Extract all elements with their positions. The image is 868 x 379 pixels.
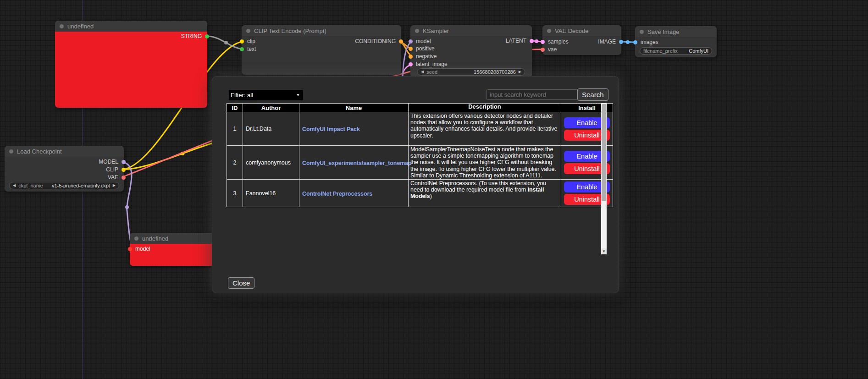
table-row: 1 Dr.Lt.Data ComfyUI Impact Pack This ex… — [227, 112, 613, 146]
slot-dot-icon[interactable] — [633, 40, 637, 44]
wire-dot — [125, 205, 129, 209]
output-slot-image[interactable]: IMAGE — [598, 38, 616, 45]
extension-link[interactable]: ControlNet Preprocessors — [302, 191, 372, 197]
slot-label: CLIP — [106, 166, 118, 173]
arrow-right-icon[interactable]: ▶ — [519, 70, 521, 74]
slot-label: negative — [416, 53, 437, 60]
extension-link[interactable]: ComfyUI_experiments/sampler_tonemap — [302, 160, 412, 166]
slot-dot-icon[interactable] — [122, 168, 126, 172]
slot-dot-icon[interactable] — [240, 47, 244, 51]
input-slot-clip[interactable]: clip — [247, 38, 255, 44]
node-title: undefined — [142, 235, 168, 242]
output-slot-model[interactable]: MODEL — [99, 159, 118, 165]
header-id: ID — [227, 104, 243, 112]
slot-dot-icon[interactable] — [409, 55, 413, 59]
filename-prefix-widget[interactable]: filename_prefix ComfyUI — [640, 47, 712, 55]
input-slot-model[interactable]: model — [135, 246, 150, 252]
input-slot-samples[interactable]: samples — [548, 38, 569, 45]
node-vae-decode[interactable]: VAE Decode samples vae IMAGE — [542, 25, 621, 55]
slot-dot-icon[interactable] — [541, 40, 545, 44]
arrow-right-icon[interactable]: ▶ — [113, 184, 116, 187]
filter-dropdown-wrap: Filter: all ▼ — [229, 90, 303, 100]
output-slot-latent[interactable]: LATENT — [506, 38, 526, 44]
input-slot-images[interactable]: images — [641, 39, 658, 45]
slot-dot-icon[interactable] — [409, 62, 413, 66]
output-slot-vae[interactable]: VAE — [108, 174, 118, 181]
node-undefined-bottom[interactable]: undefined model — [130, 233, 217, 266]
node-title: VAE Decode — [555, 27, 588, 34]
filter-dropdown[interactable]: Filter: all — [229, 90, 303, 100]
node-ksampler[interactable]: KSampler model positive negative latent_… — [410, 25, 532, 78]
widget-label: filename_prefix — [643, 48, 678, 54]
slot-label: text — [247, 46, 256, 52]
node-save-image[interactable]: Save Image images filename_prefix ComfyU… — [635, 26, 717, 57]
extension-link[interactable]: ComfyUI Impact Pack — [302, 126, 360, 132]
seed-widget[interactable]: ◀ seed 156680208700286 ▶ — [417, 68, 525, 76]
header-author: Author — [243, 104, 299, 112]
scroll-down-arrow-icon[interactable]: ▼ — [601, 248, 607, 254]
node-editor-canvas[interactable]: undefined STRING CLIP Text Encode (Promp… — [0, 0, 868, 379]
cell-author: Dr.Lt.Data — [243, 112, 299, 146]
collapse-dot-icon[interactable] — [134, 236, 138, 241]
output-slot-string[interactable]: STRING — [181, 33, 202, 39]
slot-dot-icon[interactable] — [619, 40, 623, 44]
node-title: Save Image — [647, 28, 679, 35]
widget-value: ComfyUI — [689, 48, 708, 54]
input-slot-text[interactable]: text — [247, 46, 256, 52]
scrollbar-thumb[interactable] — [602, 104, 606, 201]
node-load-checkpoint[interactable]: Load Checkpoint MODEL CLIP VAE ◀ ckpt_na… — [5, 146, 124, 192]
slot-dot-icon[interactable] — [530, 39, 534, 43]
slot-dot-icon[interactable] — [409, 39, 413, 44]
input-slot-model[interactable]: model — [416, 38, 431, 44]
cell-author: Fannovel16 — [243, 180, 299, 207]
slot-dot-icon[interactable] — [122, 176, 126, 180]
collapse-dot-icon[interactable] — [640, 30, 644, 34]
output-slot-clip[interactable]: CLIP — [106, 166, 118, 173]
node-title: Load Checkpoint — [17, 148, 62, 155]
search-button[interactable]: Search — [577, 88, 608, 101]
node-clip-text-encode[interactable]: CLIP Text Encode (Prompt) clip text COND… — [242, 25, 401, 75]
extensions-table: ID Author Name Description Install 1 Dr.… — [227, 103, 613, 207]
widget-label: ckpt_name — [18, 183, 43, 188]
header-description: Description — [409, 104, 561, 112]
slot-label: positive — [416, 45, 435, 52]
wire-dot — [224, 41, 228, 44]
input-slot-positive[interactable]: positive — [416, 45, 435, 52]
table-row: 2 comfyanonymous ComfyUI_experiments/sam… — [227, 146, 613, 180]
collapse-dot-icon[interactable] — [246, 29, 250, 33]
search-input[interactable] — [487, 89, 578, 100]
collapse-dot-icon[interactable] — [60, 24, 64, 28]
table-row: 3 Fannovel16 ControlNet Preprocessors Co… — [227, 180, 613, 207]
slot-label: images — [641, 39, 658, 45]
node-title-bar[interactable]: undefined — [130, 233, 217, 244]
arrow-left-icon[interactable]: ◀ — [13, 184, 16, 187]
collapse-dot-icon[interactable] — [415, 29, 419, 33]
wire-dot — [626, 40, 630, 44]
ckpt-name-widget[interactable]: ◀ ckpt_name v1-5-pruned-emaonly.ckpt ▶ — [9, 182, 119, 189]
input-slot-vae[interactable]: vae — [548, 46, 557, 53]
output-slot-conditioning[interactable]: CONDITIONING — [355, 38, 396, 44]
wire-dot — [181, 152, 184, 155]
node-title-bar[interactable]: undefined — [55, 21, 207, 32]
slot-dot-icon[interactable] — [240, 39, 244, 44]
slot-dot-icon[interactable] — [541, 48, 545, 52]
input-slot-latent-image[interactable]: latent_image — [416, 61, 448, 67]
slot-dot-icon[interactable] — [409, 47, 413, 51]
slot-dot-icon[interactable] — [205, 34, 209, 38]
slot-dot-icon[interactable] — [128, 247, 132, 251]
node-title-bar[interactable]: Load Checkpoint — [5, 146, 124, 157]
collapse-dot-icon[interactable] — [547, 29, 551, 33]
slot-dot-icon[interactable] — [399, 39, 403, 44]
node-title-bar[interactable]: VAE Decode — [542, 25, 621, 36]
close-button[interactable]: Close — [228, 277, 254, 289]
node-title-bar[interactable]: CLIP Text Encode (Prompt) — [242, 25, 401, 36]
table-scrollbar[interactable]: ▼ — [601, 103, 607, 254]
collapse-dot-icon[interactable] — [9, 149, 13, 154]
input-slot-negative[interactable]: negative — [416, 53, 437, 60]
slot-label: STRING — [181, 33, 202, 39]
slot-dot-icon[interactable] — [122, 160, 126, 164]
node-title-bar[interactable]: KSampler — [410, 25, 532, 36]
node-undefined-top[interactable]: undefined STRING — [55, 21, 207, 108]
node-title-bar[interactable]: Save Image — [635, 26, 717, 37]
arrow-left-icon[interactable]: ◀ — [421, 70, 424, 74]
